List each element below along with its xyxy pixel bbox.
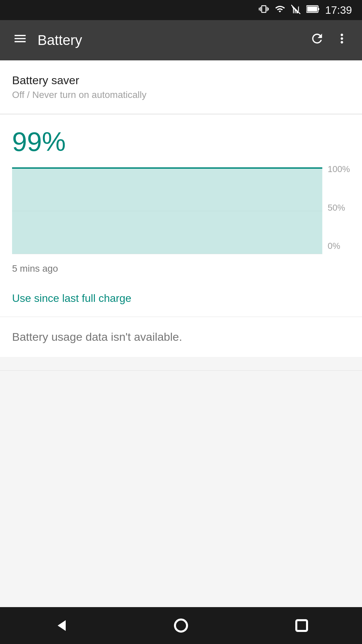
- chart-time-label: 5 mins ago: [0, 258, 362, 282]
- main-content: Battery saver Off / Never turn on automa…: [0, 60, 362, 607]
- battery-saver-section[interactable]: Battery saver Off / Never turn on automa…: [0, 60, 362, 114]
- svg-marker-6: [12, 168, 322, 254]
- battery-saver-title: Battery saver: [12, 74, 350, 87]
- chart-label-50: 50%: [328, 203, 350, 213]
- use-since-link-section: Use since last full charge: [0, 282, 362, 317]
- time-ago-label: 5 mins ago: [12, 263, 58, 274]
- status-time: 17:39: [325, 4, 352, 16]
- empty-space: [0, 371, 362, 607]
- chart-label-0: 0%: [328, 241, 350, 251]
- more-options-icon[interactable]: [331, 28, 353, 53]
- status-bar: 17:39: [0, 0, 362, 20]
- use-since-link[interactable]: Use since last full charge: [12, 292, 131, 304]
- svg-rect-1: [307, 6, 317, 11]
- battery-percentage-section: 99%: [0, 114, 362, 164]
- battery-status-icon: [306, 4, 320, 16]
- chart-labels: 100% 50% 0%: [322, 164, 350, 258]
- battery-usage-section: Battery usage data isn't available.: [0, 317, 362, 357]
- vibrate-icon: [259, 4, 269, 16]
- nav-back-button[interactable]: [47, 612, 74, 639]
- nav-recents-button[interactable]: [288, 612, 315, 639]
- status-icons: 17:39: [259, 4, 352, 16]
- battery-chart-svg: [12, 164, 322, 258]
- svg-rect-10: [296, 620, 307, 631]
- page-title: Battery: [38, 32, 303, 48]
- chart-label-100: 100%: [328, 164, 350, 174]
- nav-bar: [0, 607, 362, 644]
- chart-container: 100% 50% 0%: [0, 164, 362, 258]
- wifi-icon: [274, 4, 286, 16]
- svg-marker-8: [58, 620, 66, 631]
- battery-saver-subtitle: Off / Never turn on automatically: [12, 90, 350, 100]
- signal-icon: [291, 4, 301, 16]
- refresh-icon[interactable]: [306, 28, 328, 53]
- battery-usage-text: Battery usage data isn't available.: [12, 330, 182, 343]
- svg-point-9: [175, 620, 187, 632]
- toolbar: Battery: [0, 20, 362, 60]
- battery-percentage: 99%: [12, 126, 350, 157]
- svg-rect-2: [318, 8, 319, 10]
- chart-area: [12, 164, 322, 258]
- nav-home-button[interactable]: [168, 612, 194, 639]
- hamburger-menu-icon[interactable]: [9, 28, 31, 53]
- chart-wrapper: 100% 50% 0%: [12, 164, 350, 258]
